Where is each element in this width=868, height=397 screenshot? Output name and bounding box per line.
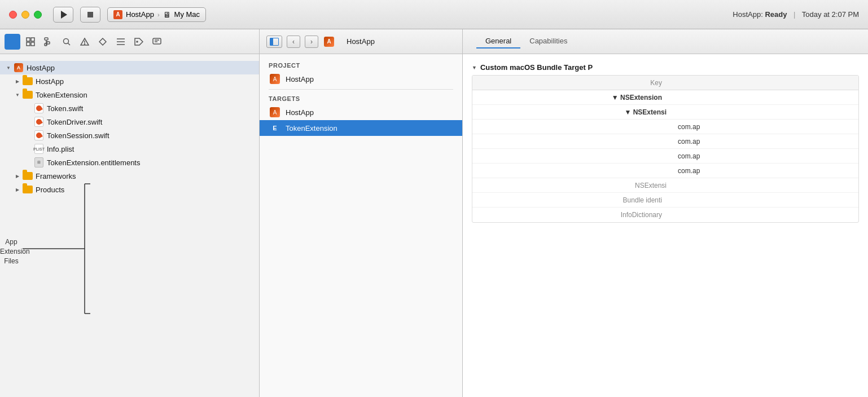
bundle-section: ▼ Custom macOS Bundle Target P Key ▼ NSE…	[472, 63, 859, 223]
property-row-infodict: InfoDictionary	[472, 208, 858, 222]
status-value: Ready	[765, 10, 787, 19]
bundle-section-header: ▼ Custom macOS Bundle Target P	[472, 63, 859, 72]
scheme-selector[interactable]: A HostApp › 🖥 My Mac	[107, 7, 206, 22]
disclosure-tokenext[interactable]	[14, 91, 21, 99]
file-tree: A HostApp HostApp	[0, 59, 259, 198]
disclosure-hostapp[interactable]	[14, 77, 21, 85]
search-icon[interactable]	[59, 34, 74, 50]
property-row-nsextensi2: NSExtensi	[472, 178, 858, 193]
middle-app-icon: A	[323, 36, 335, 48]
com1-val: com.ap	[678, 123, 858, 131]
right-content: ▼ Custom macOS Bundle Target P Key ▼ NSE…	[463, 54, 868, 397]
svg-rect-6	[45, 38, 48, 40]
nav-target-hostapp-label: HostApp	[286, 108, 314, 117]
diamond-icon[interactable]	[95, 34, 111, 50]
nav-project-hostapp[interactable]: A HostApp	[260, 71, 462, 87]
com2-val: com.ap	[678, 138, 858, 145]
tree-products-folder[interactable]: Products	[0, 183, 259, 196]
folder-tokenext-icon	[23, 90, 33, 100]
tree-tokenext-label: TokenExtension	[36, 91, 87, 99]
tree-token-swift[interactable]: Token.swift	[0, 102, 259, 115]
tab-capabilities[interactable]: Capabilities	[520, 34, 576, 48]
middle-toolbar: ‹ › A HostApp	[260, 29, 462, 54]
property-row-com2: com.ap	[472, 134, 858, 149]
property-row-nsextensi: ▼ NSExtensi	[472, 105, 858, 120]
inspector-panel: General Capabilities ▼ Custom macOS Bund…	[463, 29, 868, 397]
nav-divider	[269, 89, 453, 90]
traffic-lights	[9, 11, 42, 19]
tree-hostapp-folder[interactable]: HostApp	[0, 74, 259, 88]
tree-tokendriver-swift[interactable]: TokenDriver.swift	[0, 115, 259, 129]
tab-bar: General Capabilities	[476, 34, 576, 48]
status-label: HostApp:	[733, 10, 762, 19]
tree-tokensession-swift[interactable]: TokenSession.swift	[0, 129, 259, 142]
com4-val: com.ap	[678, 167, 858, 175]
callout-text: AppExtensionFiles	[0, 237, 23, 266]
target-name: My Mac	[174, 10, 200, 19]
project-section-header: PROJECT	[260, 59, 462, 71]
entitlements-icon: ⊞	[34, 157, 44, 167]
play-icon	[61, 11, 67, 19]
disclosure-products[interactable]	[14, 186, 21, 193]
svg-point-11	[64, 38, 69, 43]
tree-infoplist-label: Info.plist	[47, 145, 74, 153]
com3-val: com.ap	[678, 152, 858, 160]
forward-button[interactable]: ›	[305, 36, 318, 48]
nsext-key: ▼ NSExtension	[472, 94, 669, 102]
property-row-com1: com.ap	[472, 120, 858, 134]
hierarchy-icon[interactable]	[41, 34, 56, 50]
list-icon[interactable]	[113, 34, 129, 50]
nav-target-extension[interactable]: E TokenExtension	[260, 120, 462, 136]
nsextensi2-key: NSExtensi	[481, 182, 673, 189]
svg-point-15	[85, 43, 85, 44]
back-icon: ‹	[292, 38, 295, 46]
tree-tokendriver-label: TokenDriver.swift	[47, 118, 102, 126]
folder-hostapp-icon	[23, 76, 33, 86]
svg-point-21	[137, 41, 138, 42]
forward-icon: ›	[310, 38, 313, 46]
close-button[interactable]	[9, 11, 17, 19]
play-button[interactable]	[53, 7, 73, 23]
titlebar: A HostApp › 🖥 My Mac HostApp: Ready | To…	[0, 0, 868, 29]
status-divider: |	[794, 10, 795, 19]
tree-entitlements[interactable]: ⊞ TokenExtension.entitlements	[0, 156, 259, 169]
target-extension-icon: E	[269, 122, 281, 134]
svg-rect-22	[153, 38, 161, 44]
stop-button[interactable]	[80, 7, 100, 23]
property-row-bundle: Bundle identi	[472, 193, 858, 208]
project-nav-content: PROJECT A HostApp TARGETS A HostApp	[260, 54, 462, 397]
tab-general[interactable]: General	[476, 34, 520, 48]
folder-icon[interactable]	[5, 34, 20, 50]
warning-icon[interactable]	[77, 34, 93, 50]
maximize-button[interactable]	[34, 11, 42, 19]
tree-tokenext-folder[interactable]: TokenExtension	[0, 88, 259, 102]
svg-rect-4	[27, 42, 30, 46]
tree-frameworks-folder[interactable]: Frameworks	[0, 169, 259, 183]
tree-frameworks-label: Frameworks	[36, 172, 76, 180]
property-table: Key ▼ NSExtension ▼ NSExtensi	[472, 75, 859, 223]
back-button[interactable]: ‹	[287, 36, 300, 48]
tree-hostapp-label: HostApp	[36, 77, 64, 86]
grid-icon[interactable]	[23, 34, 38, 50]
disclosure-frameworks[interactable]	[14, 172, 21, 180]
project-navigator-panel: ‹ › A HostApp PROJECT A HostApp	[260, 29, 463, 397]
mac-icon: 🖥	[163, 10, 171, 19]
nav-target-hostapp[interactable]: A HostApp	[260, 104, 462, 120]
scheme-name: HostApp	[126, 10, 154, 19]
infodict-key: InfoDictionary	[472, 211, 669, 219]
tree-root-item[interactable]: A HostApp	[0, 61, 259, 74]
folder-frameworks-icon	[23, 171, 33, 181]
property-row-com3: com.ap	[472, 149, 858, 164]
status-time: Today at 2:07 PM	[802, 10, 859, 19]
bundle-disclosure[interactable]: ▼	[472, 65, 477, 70]
bundle-section-title: Custom macOS Bundle Target P	[480, 63, 593, 72]
chat-icon[interactable]	[149, 34, 165, 50]
tag-icon[interactable]	[131, 34, 147, 50]
target-hostapp-icon: A	[269, 106, 281, 118]
tree-info-plist[interactable]: PLIST Info.plist	[0, 142, 259, 156]
disclosure-root[interactable]	[5, 64, 12, 72]
inspector-toggle[interactable]	[266, 36, 282, 48]
minimize-button[interactable]	[21, 11, 29, 19]
tree-token-label: Token.swift	[47, 104, 83, 113]
stop-icon	[87, 12, 93, 17]
